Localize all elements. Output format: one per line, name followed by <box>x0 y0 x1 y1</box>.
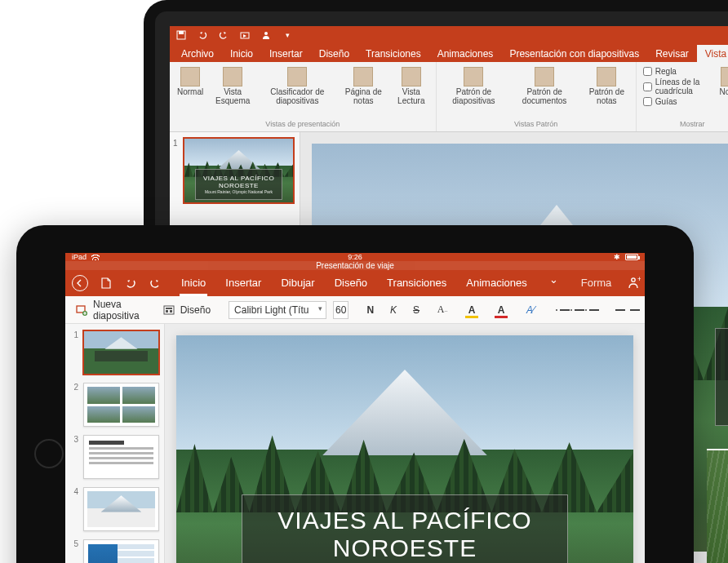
ipad-tab-inicio[interactable]: Inicio <box>180 270 207 296</box>
tab-revisar[interactable]: Revisar <box>647 45 697 62</box>
ipad-thumb-1[interactable]: 1 <box>70 330 159 375</box>
ipad-tab-animaciones[interactable]: Animaciones <box>464 270 528 296</box>
ipad-slide-canvas[interactable]: VIAJES AL PACÍFICO NOROESTE Mount Rainie… <box>165 324 645 563</box>
ipad-tabs-more[interactable]: ⌄ <box>545 270 563 288</box>
highlight-button[interactable]: A <box>460 300 483 320</box>
svg-rect-8 <box>164 306 174 314</box>
svg-point-3 <box>264 32 268 35</box>
ipad-device: iPad 9:26 ✱ Presentación de viaje <box>16 225 694 563</box>
font-color-icon: A <box>495 304 508 317</box>
slide-sorter-icon <box>287 67 307 86</box>
svg-rect-1 <box>179 31 184 34</box>
numbered-list-button[interactable] <box>610 304 645 316</box>
battery-icon <box>625 254 638 260</box>
save-icon[interactable] <box>176 30 186 40</box>
svg-rect-9 <box>166 308 172 309</box>
svg-rect-10 <box>166 310 168 313</box>
slide-master-icon <box>464 67 483 86</box>
svg-point-4 <box>632 278 635 282</box>
notes-page-icon <box>353 67 373 86</box>
tab-insertar[interactable]: Insertar <box>261 45 311 62</box>
ipad-thumb-2[interactable]: 2 <box>70 383 159 427</box>
ribbon-group-vistas-presentacion: Normal Vista Esquema Clasificador de dia… <box>170 62 437 131</box>
tab-transiciones[interactable]: Transiciones <box>357 45 429 62</box>
ribbon-group-mostrar: Regla Líneas de la cuadrícula Guías Nota… <box>637 62 728 131</box>
clear-format-button[interactable]: A⁄ <box>519 300 542 320</box>
ipad-thumb-3[interactable]: 3 <box>70 435 159 479</box>
back-arrow-icon <box>72 275 88 291</box>
tab-presentacion[interactable]: Presentación con diapositivas <box>501 45 647 62</box>
ipad-powerpoint-app: iPad 9:26 ✱ Presentación de viaje <box>65 253 645 563</box>
ribbon-group-vistas-patron: Patrón de diapositivas Patrón de documen… <box>437 62 637 131</box>
svg-text:+: + <box>637 276 641 283</box>
btn-notes-toggle[interactable]: Notas <box>719 65 728 99</box>
tab-archivo[interactable]: Archivo <box>173 45 222 62</box>
btn-outline-view[interactable]: Vista Esquema <box>212 65 253 107</box>
account-icon[interactable] <box>261 30 271 40</box>
btn-reading-view[interactable]: Vista Lectura <box>393 65 429 107</box>
ipad-tab-transiciones[interactable]: Transiciones <box>385 270 448 296</box>
ipad-navbar: Inicio Insertar Dibujar Diseño Transicio… <box>65 270 645 296</box>
btn-normal-view[interactable]: Normal <box>176 65 204 99</box>
tab-inicio[interactable]: Inicio <box>222 45 261 62</box>
ipad-editor: 1 2 3 4 5 <box>65 324 645 563</box>
ipad-tab-diseno[interactable]: Diseño <box>333 270 369 296</box>
tab-animaciones[interactable]: Animaciones <box>429 45 502 62</box>
ipad-tab-forma[interactable]: Forma <box>579 270 614 296</box>
chk-ruler[interactable]: Regla <box>643 67 711 76</box>
tab-vista[interactable]: Vista <box>697 45 728 62</box>
show-checkboxes: Regla Líneas de la cuadrícula Guías <box>643 65 711 108</box>
btn-slide-master[interactable]: Patrón de diapositivas <box>443 65 505 107</box>
chk-guides[interactable]: Guías <box>643 97 711 106</box>
btn-slide-sorter[interactable]: Clasificador de diapositivas <box>261 65 333 107</box>
bold-button[interactable]: N <box>362 301 379 319</box>
btn-handout-master[interactable]: Patrón de documentos <box>513 65 575 107</box>
ipad-tab-dibujar[interactable]: Dibujar <box>279 270 316 296</box>
ipad-slide-title-box[interactable]: VIAJES AL PACÍFICO NOROESTE Mount Rainie… <box>242 494 568 563</box>
svg-rect-11 <box>170 310 172 313</box>
desktop-slide-title-box: AL P Mount Ra <box>715 328 728 426</box>
redo-icon[interactable] <box>219 30 229 40</box>
font-size-input[interactable]: 60 <box>333 301 348 319</box>
tab-diseno[interactable]: Diseño <box>311 45 357 62</box>
new-slide-icon <box>75 304 88 317</box>
ipad-slide-title: VIAJES AL PACÍFICO NOROESTE <box>242 507 567 562</box>
reading-view-icon <box>402 67 421 86</box>
qat-more-icon[interactable]: ▾ <box>282 30 292 40</box>
layout-button[interactable]: Diseño <box>158 300 215 320</box>
share-button[interactable]: + <box>624 274 642 292</box>
font-family-select[interactable]: Calibri Light (Títu <box>229 301 326 319</box>
file-button[interactable] <box>100 274 113 292</box>
start-from-beginning-icon[interactable] <box>240 30 250 40</box>
chk-gridlines[interactable]: Líneas de la cuadrícula <box>643 78 711 95</box>
italic-button[interactable]: K <box>385 301 402 319</box>
notes-icon <box>721 67 728 86</box>
back-button[interactable] <box>72 274 88 292</box>
clear-format-icon: A⁄ <box>524 304 537 317</box>
desktop-ribbon: Normal Vista Esquema Clasificador de dia… <box>170 62 728 132</box>
font-color-button[interactable]: A <box>490 300 513 320</box>
ipad-tab-insertar[interactable]: Insertar <box>224 270 263 296</box>
status-carrier: iPad <box>72 253 87 261</box>
ipad-undo-icon[interactable] <box>124 274 137 292</box>
bullet-list-button[interactable] <box>555 304 604 316</box>
undo-icon[interactable] <box>198 30 207 40</box>
ipad-thumb-4[interactable]: 4 <box>70 487 159 531</box>
ipad-thumb-5[interactable]: 5 <box>70 539 159 563</box>
desktop-thumb-1[interactable]: 1 VIAJES AL PACÍFICO NOROESTE Mount Rain… <box>175 137 295 204</box>
ipad-format-toolbar: Nueva diapositiva Diseño Calibri Light (… <box>65 296 645 324</box>
ipad-doc-title: Presentación de viaje <box>65 261 645 270</box>
status-time: 9:26 <box>348 253 362 261</box>
strikethrough-button[interactable]: S <box>408 301 424 319</box>
desktop-slide-grass-image <box>707 449 728 563</box>
btn-notes-master[interactable]: Patrón de notas <box>584 65 629 107</box>
new-slide-button[interactable]: Nueva diapositiva <box>70 295 144 325</box>
wifi-icon <box>91 254 100 260</box>
font-format-icon: A.. <box>436 304 449 317</box>
btn-notes-page[interactable]: Página de notas <box>342 65 386 107</box>
font-format-button[interactable]: A.. <box>431 300 454 320</box>
desktop-ribbon-tabs: Archivo Inicio Insertar Diseño Transicio… <box>170 44 728 62</box>
ipad-redo-icon[interactable] <box>149 274 162 292</box>
highlight-icon: A <box>465 304 478 317</box>
handout-master-icon <box>535 67 554 86</box>
